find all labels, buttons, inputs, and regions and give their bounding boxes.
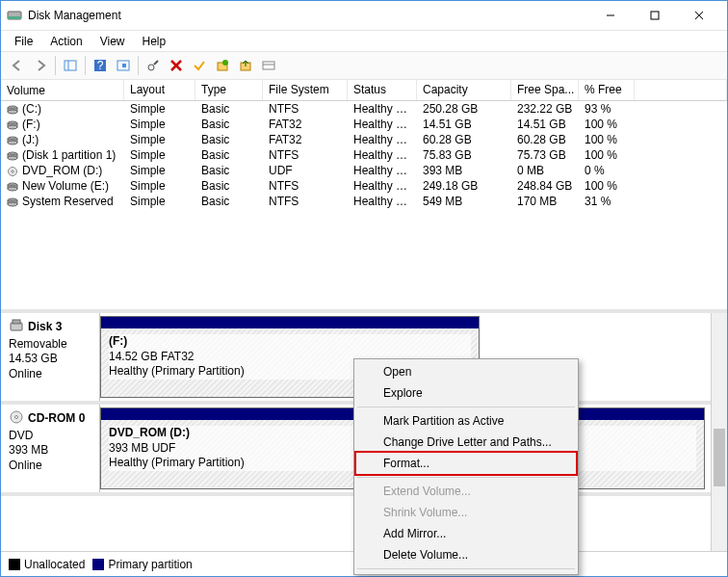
cell-status: Healthy (L... xyxy=(348,179,417,193)
cell-capacity: 249.18 GB xyxy=(417,179,511,193)
attach-vhd-icon[interactable] xyxy=(235,55,256,76)
col-filesystem[interactable]: File System xyxy=(263,80,348,100)
hdd-icon xyxy=(7,135,18,144)
cell-capacity: 393 MB xyxy=(417,164,511,177)
cell-status: Healthy (P... xyxy=(348,118,417,131)
cell-pctfree: 100 % xyxy=(579,148,635,162)
menu-separator xyxy=(357,477,575,478)
volume-name: (F:) xyxy=(22,118,40,131)
disk-size: 393 MB xyxy=(9,443,91,459)
cell-capacity: 549 MB xyxy=(417,195,511,208)
cell-layout: Simple xyxy=(124,102,195,116)
cell-layout: Simple xyxy=(124,118,195,131)
action-icon[interactable] xyxy=(258,55,279,76)
cell-type: Basic xyxy=(195,195,263,208)
refresh-icon[interactable] xyxy=(113,55,134,76)
minimize-button[interactable] xyxy=(588,1,633,30)
menu-view[interactable]: View xyxy=(92,33,133,50)
new-volume-icon[interactable] xyxy=(212,55,233,76)
menu-item-shrink-volume: Shrink Volume... xyxy=(356,502,576,523)
hdd-icon xyxy=(7,181,18,191)
volume-name: DVD_ROM (D:) xyxy=(22,164,102,177)
cell-pctfree: 100 % xyxy=(579,179,635,193)
disk-name: Disk 3 xyxy=(28,320,62,333)
volume-row[interactable]: System ReservedSimpleBasicNTFSHealthy (S… xyxy=(1,194,727,209)
menu-item-open[interactable]: Open xyxy=(356,361,576,382)
cell-pctfree: 100 % xyxy=(579,133,635,146)
cell-pctfree: 100 % xyxy=(579,118,635,131)
hdd-icon xyxy=(7,119,18,129)
svg-point-37 xyxy=(8,187,17,191)
col-layout[interactable]: Layout xyxy=(124,80,195,100)
toolbar: ? xyxy=(1,51,727,80)
disk-info[interactable]: CD-ROM 0DVD393 MBOnline xyxy=(1,405,100,492)
cell-filesystem: FAT32 xyxy=(263,118,348,131)
menu-item-mark-partition-as-active[interactable]: Mark Partition as Active xyxy=(356,410,576,432)
svg-rect-1 xyxy=(8,16,21,19)
svg-text:?: ? xyxy=(97,59,104,72)
volume-row[interactable]: (Disk 1 partition 1)SimpleBasicNTFSHealt… xyxy=(1,147,727,163)
close-button[interactable] xyxy=(677,1,721,30)
cell-freespace: 248.84 GB xyxy=(511,179,579,193)
legend-primary: Primary partition xyxy=(92,558,192,571)
properties-icon[interactable] xyxy=(143,55,164,76)
app-icon xyxy=(7,8,22,23)
svg-rect-42 xyxy=(13,320,20,324)
vertical-scrollbar[interactable] xyxy=(711,313,727,551)
svg-rect-3 xyxy=(651,12,659,19)
maximize-button[interactable] xyxy=(633,1,677,30)
cell-filesystem: FAT32 xyxy=(263,133,348,146)
svg-line-13 xyxy=(154,61,158,65)
menu-item-add-mirror[interactable]: Add Mirror... xyxy=(356,523,576,544)
partition-label: (F:) xyxy=(109,334,127,348)
col-freespace[interactable]: Free Spa... xyxy=(511,80,579,100)
cell-filesystem: NTFS xyxy=(263,179,348,193)
volume-row[interactable]: (J:)SimpleBasicFAT32Healthy (P...60.28 G… xyxy=(1,132,727,147)
cell-pctfree: 0 % xyxy=(579,164,635,177)
col-volume[interactable]: Volume xyxy=(1,80,124,100)
volume-row[interactable]: (C:)SimpleBasicNTFSHealthy (B...250.28 G… xyxy=(1,101,727,117)
cell-status: Healthy (B... xyxy=(348,102,417,116)
cell-freespace: 75.73 GB xyxy=(511,148,579,162)
cd-icon xyxy=(9,410,24,429)
hdd-icon xyxy=(7,104,18,114)
cell-type: Basic xyxy=(195,148,263,162)
col-status[interactable]: Status xyxy=(348,80,417,100)
volume-row[interactable]: (F:)SimpleBasicFAT32Healthy (P...14.51 G… xyxy=(1,117,727,132)
delete-icon[interactable] xyxy=(166,55,187,76)
help-icon[interactable]: ? xyxy=(90,55,111,76)
cell-status: Healthy (P... xyxy=(348,148,417,162)
menu-item-format[interactable]: Format... xyxy=(354,451,578,476)
svg-point-23 xyxy=(8,110,17,114)
volume-name: (C:) xyxy=(22,102,41,116)
menu-file[interactable]: File xyxy=(7,33,40,50)
scrollbar-thumb[interactable] xyxy=(714,429,725,486)
disk-info[interactable]: Disk 3Removable14.53 GBOnline xyxy=(1,313,100,401)
menu-item-explore[interactable]: Explore xyxy=(356,382,576,404)
col-pctfree[interactable]: % Free xyxy=(579,80,635,100)
forward-icon[interactable] xyxy=(30,55,51,76)
menu-action[interactable]: Action xyxy=(42,33,90,50)
volume-header: Volume Layout Type File System Status Ca… xyxy=(1,80,727,101)
volume-row[interactable]: New Volume (E:)SimpleBasicNTFSHealthy (L… xyxy=(1,178,727,194)
removable-disk-icon xyxy=(9,319,24,337)
back-icon[interactable] xyxy=(7,55,28,76)
disk-type: DVD xyxy=(9,429,91,444)
svg-point-44 xyxy=(15,416,18,419)
cell-filesystem: UDF xyxy=(263,164,348,177)
cell-type: Basic xyxy=(195,102,263,116)
cell-layout: Simple xyxy=(124,133,195,146)
menu-item-change-drive-letter-and-paths[interactable]: Change Drive Letter and Paths... xyxy=(356,432,576,453)
svg-point-29 xyxy=(8,141,17,144)
menu-item-delete-volume[interactable]: Delete Volume... xyxy=(356,544,576,565)
check-icon[interactable] xyxy=(189,55,210,76)
partition-label: DVD_ROM (D:) xyxy=(109,426,190,439)
menu-help[interactable]: Help xyxy=(135,33,174,50)
show-hide-console-tree-icon[interactable] xyxy=(60,55,81,76)
cell-type: Basic xyxy=(195,133,263,146)
cell-layout: Simple xyxy=(124,179,195,193)
col-capacity[interactable]: Capacity xyxy=(417,80,511,100)
cell-type: Basic xyxy=(195,118,263,131)
col-type[interactable]: Type xyxy=(195,80,263,100)
volume-row[interactable]: DVD_ROM (D:)SimpleBasicUDFHealthy (P...3… xyxy=(1,163,727,178)
